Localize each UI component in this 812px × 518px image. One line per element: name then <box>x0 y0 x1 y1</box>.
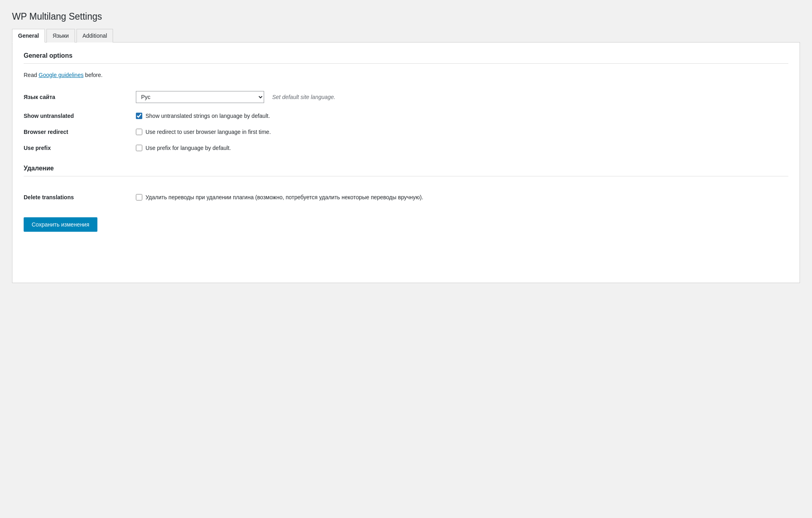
site-language-row: Язык сайта Рус Set default site language… <box>24 86 788 108</box>
site-language-select[interactable]: Рус <box>136 91 264 103</box>
site-language-control: Рус Set default site language. <box>136 86 788 108</box>
tab-general[interactable]: General <box>12 29 45 42</box>
deletion-section-title: Удаление <box>24 165 788 172</box>
description-prefix: Read <box>24 72 38 78</box>
tab-languages[interactable]: Языки <box>46 29 75 42</box>
delete-translations-control: Удалить переводы при удалении плагина (в… <box>136 189 788 205</box>
browser-redirect-label: Browser redirect <box>24 124 136 140</box>
use-prefix-checkbox[interactable] <box>136 145 142 151</box>
page-title: WP Multilang Settings <box>12 11 800 22</box>
delete-translations-row: Delete translations Удалить переводы при… <box>24 189 788 205</box>
description-suffix: before. <box>83 72 102 78</box>
show-untranslated-label: Show untranslated <box>24 108 136 124</box>
show-untranslated-row: Show untranslated Show untranslated stri… <box>24 108 788 124</box>
google-guidelines-link[interactable]: Google guidelines <box>38 72 83 78</box>
browser-redirect-description: Use redirect to user browser language in… <box>145 129 271 135</box>
show-untranslated-control: Show untranslated strings on language by… <box>136 108 788 124</box>
site-language-label: Язык сайта <box>24 86 136 108</box>
browser-redirect-row: Browser redirect Use redirect to user br… <box>24 124 788 140</box>
divider <box>24 63 788 64</box>
show-untranslated-checkbox[interactable] <box>136 113 142 119</box>
browser-redirect-checkbox[interactable] <box>136 129 142 135</box>
use-prefix-row: Use prefix Use prefix for language by de… <box>24 140 788 156</box>
tabs-container: General Языки Additional <box>12 28 800 42</box>
use-prefix-description: Use prefix for language by default. <box>145 145 231 151</box>
description-text: Read Google guidelines before. <box>24 72 788 78</box>
general-options-title: General options <box>24 52 788 59</box>
save-button[interactable]: Сохранить изменения <box>24 217 97 232</box>
browser-redirect-control: Use redirect to user browser language in… <box>136 124 788 140</box>
delete-translations-label: Delete translations <box>24 189 136 205</box>
use-prefix-label: Use prefix <box>24 140 136 156</box>
show-untranslated-description: Show untranslated strings on language by… <box>145 113 270 119</box>
deletion-section-row: Удаление <box>24 156 788 189</box>
delete-translations-checkbox[interactable] <box>136 194 142 200</box>
content-area: General options Read Google guidelines b… <box>12 42 800 283</box>
use-prefix-control: Use prefix for language by default. <box>136 140 788 156</box>
settings-table: Язык сайта Рус Set default site language… <box>24 86 788 205</box>
tab-additional[interactable]: Additional <box>77 29 113 42</box>
site-language-description: Set default site language. <box>272 94 335 100</box>
delete-translations-description: Удалить переводы при удалении плагина (в… <box>145 194 423 200</box>
deletion-section-title-cell: Удаление <box>24 156 788 189</box>
deletion-divider <box>24 176 788 176</box>
